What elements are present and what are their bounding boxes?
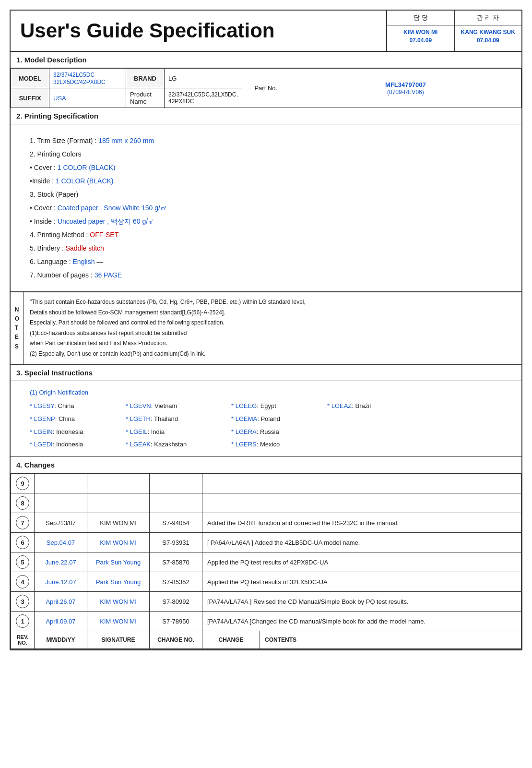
rev-cell: 6 — [11, 533, 35, 552]
sig-cell: KIM WON MI — [87, 592, 150, 612]
origin-item: * LGEAZ: Brazil — [327, 400, 423, 412]
origin-item: * LGETH: Thailand — [126, 413, 231, 425]
rev-cell: 9 — [11, 474, 35, 493]
header-row: User's Guide Specification 담 당 관 리 자 KIM… — [11, 11, 521, 52]
origin-item — [327, 413, 423, 425]
spec-line: 3. Stock (Paper) — [30, 188, 502, 201]
section2-header: 2. Printing Specification — [11, 108, 521, 124]
origin-item: * LGESY: China — [30, 400, 126, 412]
rev-circle: 9 — [16, 477, 29, 490]
notes-label: NOTES — [11, 292, 24, 364]
brand-value: LG — [165, 69, 242, 88]
note-line: "This part contain Eco-hazardous substan… — [30, 297, 516, 308]
table-row: 7Sep./13/07KIM WON MIS7-94054Added the D… — [11, 513, 521, 533]
rev-cell: 4 — [11, 572, 35, 592]
footer-change-no: CHANGE NO. — [150, 631, 202, 649]
rev-cell: 3 — [11, 592, 35, 612]
origin-item: * LGEIL: India — [126, 426, 231, 438]
origin-item: * LGEVN: Vietnam — [126, 400, 231, 412]
contents-cell: [PA74A/LA74A ]Changed the CD manual/Simp… — [202, 612, 521, 631]
footer-date: MM/DD/YY — [35, 631, 87, 649]
spec-line: 2. Printing Colors — [30, 147, 502, 161]
notes-row: NOTES "This part contain Eco-hazardous s… — [11, 292, 521, 365]
note-line: (2) Especially, Don't use or contain lea… — [30, 349, 516, 360]
date-cell: April.09.07 — [35, 612, 87, 631]
rev-circle: 1 — [16, 614, 29, 628]
origin-title: (1) Origin Notification — [30, 387, 502, 399]
origin-item: * LGERS: Mexico — [231, 439, 327, 451]
sig-cell: KIM WON MI — [87, 533, 150, 552]
changes-table: 987Sep./13/07KIM WON MIS7-94054Added the… — [11, 473, 521, 649]
part-no-value: MFL34797007 (0709-REV06) — [290, 69, 521, 108]
date-cell: April.26.07 — [35, 592, 87, 612]
product-name-value: 32/37/42LC5DC,32LX5DC, 42PX8DC — [165, 88, 242, 108]
section2: 2. Printing Specification 1. Trim Size (… — [11, 108, 521, 292]
change-no-cell: S7-85870 — [150, 552, 202, 572]
change-no-cell: S7-85352 — [150, 572, 202, 592]
spec-line: 4. Printing Method : OFF-SET — [30, 228, 502, 241]
model-value: 32/37/42LC5DC 32LX5DC/42PX8DC — [49, 69, 126, 88]
note-line: when Part certification test and First M… — [30, 338, 516, 349]
notes-content: "This part contain Eco-hazardous substan… — [24, 292, 521, 364]
brand-label: BRAND — [126, 69, 165, 88]
spec-line: • Inside : Uncoated paper , 백상지 60 g/㎡ — [30, 215, 502, 228]
date-cell: Sep.04.07 — [35, 533, 87, 552]
origin-item — [327, 439, 423, 451]
change-no-cell: S7-93931 — [150, 533, 202, 552]
spec-line: 5. Bindery : Saddle stitch — [30, 241, 502, 255]
footer-rev: REV.NO. — [11, 631, 35, 649]
rev-cell: 7 — [11, 513, 35, 533]
contents-cell: [PA74A/LA74A ] Revised the CD Manual/Sim… — [202, 592, 521, 612]
spec-line: • Cover : Coated paper , Snow White 150 … — [30, 201, 502, 215]
header-labels-row: 담 당 관 리 자 — [387, 11, 521, 25]
origin-item: * LGEEG: Egypt — [231, 400, 327, 412]
rev-circle: 5 — [16, 555, 29, 569]
origin-item: * LGERA: Russia — [231, 426, 327, 438]
rev-circle: 4 — [16, 575, 29, 588]
person2: KANG KWANG SUK 07.04.09 — [455, 25, 522, 51]
change-no-cell — [150, 474, 202, 493]
origin-item: * LGEMA: Poland — [231, 413, 327, 425]
sig-cell — [87, 493, 150, 513]
section1-header: 1. Model Description — [11, 52, 521, 68]
table-row: 8 — [11, 493, 521, 513]
sig-cell: Park Sun Young — [87, 552, 150, 572]
spec-line: 7. Number of pages : 36 PAGE — [30, 268, 502, 282]
note-line: Especially, Part should be followed and … — [30, 318, 516, 328]
date-cell: Sep./13/07 — [35, 513, 87, 533]
rev-circle: 3 — [16, 595, 29, 608]
rev-circle: 7 — [16, 516, 29, 529]
footer-change: CHANGE — [202, 631, 260, 649]
contents-cell: [ PA64A/LA64A ] Added the 42LB5DC-UA mod… — [202, 533, 521, 552]
page-title: User's Guide Specification — [20, 19, 377, 42]
section1: 1. Model Description MODEL 32/37/42LC5DC… — [11, 52, 521, 108]
contents-cell: Added the D-RRT function and corrected t… — [202, 513, 521, 533]
date-cell: June.22.07 — [35, 552, 87, 572]
change-no-cell — [150, 493, 202, 513]
rev-cell: 8 — [11, 493, 35, 513]
footer-sig: SIGNATURE — [87, 631, 150, 649]
spec-lines: 1. Trim Size (Format) : 185 mm x 260 mm2… — [30, 134, 502, 282]
person1: KIM WON MI 07.04.09 — [387, 25, 455, 51]
suffix-value: USA — [49, 88, 126, 108]
origin-item: * LGENP: China — [30, 413, 126, 425]
special-inst-content: (1) Origin Notification * LGESY: China* … — [11, 381, 521, 456]
sig-cell: KIM WON MI — [87, 612, 150, 631]
section3-header: 3. Special Instructions — [11, 365, 521, 381]
table-row: 5June.22.07Park Sun YoungS7-85870Applied… — [11, 552, 521, 572]
footer-contents: CONTENTS — [260, 631, 521, 649]
origin-item: * LGEAK: Kazakhstan — [126, 439, 231, 451]
rev-circle: 8 — [16, 496, 29, 510]
section3: 3. Special Instructions (1) Origin Notif… — [11, 365, 521, 457]
label-damdang: 담 당 — [387, 11, 455, 25]
rev-circle: 6 — [16, 536, 29, 549]
spec-line: •Inside : 1 COLOR (BLACK) — [30, 174, 502, 188]
change-no-cell: S7-80992 — [150, 592, 202, 612]
note-line: Details should be followed Eco-SCM manag… — [30, 308, 516, 318]
contents-cell: Applied the PQ test results of 32LX5DC-U… — [202, 572, 521, 592]
note-line: (1)Eco-hazardous substances test report … — [30, 328, 516, 339]
product-name-label: Product Name — [126, 88, 165, 108]
footer-row: REV.NO. MM/DD/YY SIGNATURE CHANGE NO. CH… — [11, 631, 521, 649]
date-cell — [35, 474, 87, 493]
spec-line: 1. Trim Size (Format) : 185 mm x 260 mm — [30, 134, 502, 147]
